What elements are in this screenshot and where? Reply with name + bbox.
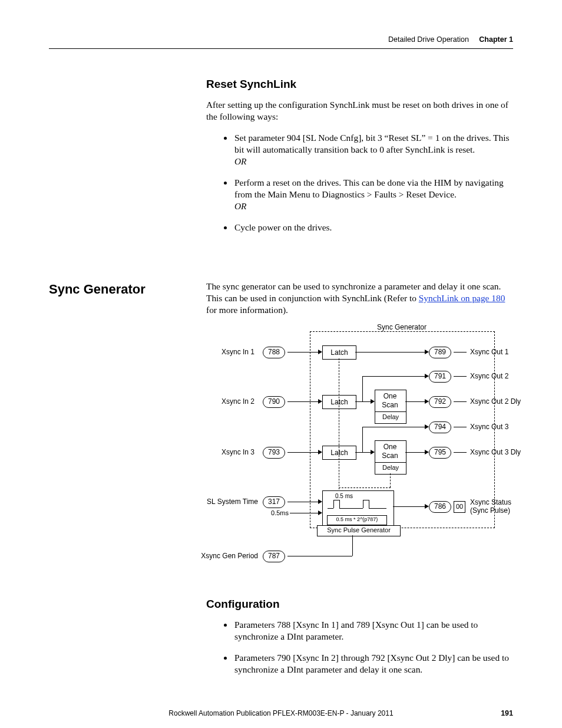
param-789: 789 <box>429 347 451 358</box>
xsync-status-label-a: Xsync Status <box>470 498 511 506</box>
param-795: 795 <box>429 447 451 459</box>
heading-configuration: Configuration <box>206 598 513 611</box>
pulse-gen-label-box: Sync Pulse Generator <box>317 525 401 536</box>
connector <box>454 427 467 427</box>
connector <box>290 513 321 513</box>
arrow-icon <box>371 450 375 454</box>
wave-seg <box>328 508 333 509</box>
param-317: 317 <box>263 496 285 508</box>
list-item: Parameters 790 [Xsync In 2] through 792 … <box>233 652 513 676</box>
list-item: Parameters 788 [Xsync In 1] and 789 [Xsy… <box>233 619 513 643</box>
wave-seg <box>363 500 363 508</box>
mult-expr-box: 0.5 ms * 2^(p787) <box>327 515 387 525</box>
footer-publication: Rockwell Automation Publication PFLEX-RM… <box>0 709 562 717</box>
or-text: OR <box>234 156 247 166</box>
list-item: Perform a reset on the drives. This can … <box>233 177 513 212</box>
connector <box>355 352 427 353</box>
bullet-text: Parameters 790 [Xsync In 2] through 792 … <box>234 653 509 674</box>
bullet-text: Perform a reset on the drives. This can … <box>234 177 504 199</box>
xsync-gen-period-label: Xsync Gen Period <box>183 552 258 560</box>
param-787: 787 <box>263 551 285 562</box>
xsync-out-2-label: Xsync Out 2 <box>470 372 508 380</box>
param-786: 786 <box>429 501 451 513</box>
list-item: Cycle power on the drives. <box>233 222 513 233</box>
reset-bullets: Set parameter 904 [SL Node Cnfg], bit 3 … <box>206 132 513 233</box>
xsync-out-3-dly-label: Xsync Out 3 Dly <box>470 448 521 456</box>
connector <box>287 401 320 402</box>
connector <box>454 352 467 353</box>
header-section: Detailed Drive Operation <box>388 35 469 44</box>
xsync-in-3-label: Xsync In 3 <box>200 448 254 456</box>
side-heading-sync-generator: Sync Generator <box>49 282 146 297</box>
arrow-icon <box>318 510 322 515</box>
page-number: 191 <box>501 709 513 717</box>
connector <box>287 452 320 453</box>
header-chapter: Chapter 1 <box>479 35 513 44</box>
latch-box-3: Latch <box>322 446 356 460</box>
osd2-b: Scan <box>375 452 405 460</box>
arrow-icon <box>318 350 322 354</box>
connector <box>352 535 353 556</box>
connector <box>362 376 363 401</box>
param-793: 793 <box>263 447 285 459</box>
bullet-text: Set parameter 904 [SL Node Cnfg], bit 3 … <box>234 133 509 154</box>
param-791: 791 <box>429 371 451 383</box>
section-reset-synchlink: Reset SynchLink After setting up the con… <box>206 78 513 243</box>
arrow-icon <box>425 424 429 429</box>
page: Detailed Drive Operation Chapter 1 Reset… <box>0 0 562 728</box>
connector <box>405 401 427 402</box>
sl-system-time-label: SL System Time <box>189 498 258 506</box>
synchlink-xref-link[interactable]: SynchLink on page 180 <box>419 293 505 303</box>
xsync-out-1-label: Xsync Out 1 <box>470 348 508 356</box>
bit-00: 00 <box>454 501 465 513</box>
latch-box-2: Latch <box>322 395 356 409</box>
xsync-in-2-label: Xsync In 2 <box>200 397 254 406</box>
arrow-icon <box>318 450 322 454</box>
reset-intro-text: After setting up the configuration Synch… <box>206 99 513 123</box>
wave-seg <box>369 500 369 508</box>
wave-seg <box>339 500 340 508</box>
arrow-icon <box>425 350 429 354</box>
xsync-status-label-b: (Sync Pulse) <box>470 506 510 515</box>
configuration-bullets: Parameters 788 [Xsync In 1] and 789 [Xsy… <box>206 619 513 676</box>
param-790: 790 <box>263 396 285 408</box>
wave-seg <box>333 500 339 500</box>
section-configuration: Configuration Parameters 788 [Xsync In 1… <box>206 598 513 685</box>
latch-box-1: Latch <box>322 345 356 360</box>
or-text: OR <box>234 201 247 211</box>
diagram-title: Sync Generator <box>310 323 494 331</box>
arrow-icon <box>425 504 429 509</box>
sync-generator-diagram: Sync Generator Xsync In 1 788 Latch 789 … <box>206 323 536 571</box>
connector-dashed <box>390 473 391 487</box>
bullet-text: Cycle power on the drives. <box>234 222 332 232</box>
running-header: Detailed Drive Operation Chapter 1 <box>388 35 513 44</box>
osd1-c: Delay <box>375 411 406 424</box>
connector-dashed <box>339 358 339 495</box>
arrow-icon <box>318 399 322 404</box>
connector-dashed <box>339 487 391 488</box>
connector <box>454 376 467 377</box>
osd2-c: Delay <box>375 462 406 475</box>
heading-reset-synchlink: Reset SynchLink <box>206 78 513 91</box>
arrow-icon <box>425 399 429 404</box>
halfms-inside: 0.5 ms <box>335 493 353 499</box>
connector <box>287 556 352 556</box>
connector <box>287 352 320 353</box>
xsync-in-1-label: Xsync In 1 <box>200 348 254 356</box>
connector <box>405 452 427 453</box>
header-rule <box>49 48 513 49</box>
section-sync-generator: The sync generator can be used to synchr… <box>206 281 513 325</box>
param-792: 792 <box>429 396 451 408</box>
wave-seg <box>339 508 363 509</box>
osd2-a: One <box>375 443 405 451</box>
param-788: 788 <box>263 347 285 358</box>
arrow-icon <box>425 374 429 378</box>
connector <box>362 376 427 377</box>
arrow-icon <box>425 450 429 454</box>
xsync-out-3-label: Xsync Out 3 <box>470 423 508 431</box>
connector <box>454 401 467 402</box>
wave-seg <box>363 500 369 500</box>
connector <box>393 506 427 507</box>
arrow-icon <box>318 499 322 504</box>
osd1-b: Scan <box>375 401 405 409</box>
